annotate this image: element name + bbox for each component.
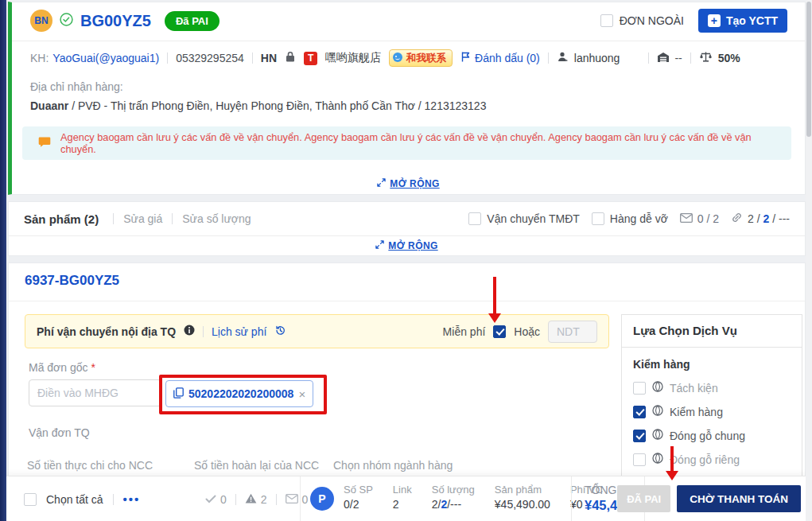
customer-row: KH: YaoGuai(@yaoguai1) 05329295254 HN T … xyxy=(30,48,740,68)
service-item-dong-go-rieng[interactable]: Đóng gỗ riêng xyxy=(633,453,791,466)
root-code-input[interactable] xyxy=(29,379,161,406)
col-label-refund: Số tiền hoàn lại của NCC xyxy=(194,459,319,472)
products-bar-card: Sản phẩm (2) Sửa giá Sửa số lượng Vận ch… xyxy=(8,201,806,256)
products-title: Sản phẩm (2) xyxy=(24,212,99,226)
globe-icon xyxy=(652,453,663,466)
flag-icon xyxy=(460,51,471,65)
receiver-name: Duaanr xyxy=(30,99,68,112)
warehouse-icon xyxy=(657,52,670,65)
domestic-fee-bar: Phí vận chuyển nội địa TQ Lịch sử phí Mi… xyxy=(25,314,609,348)
select-all-label: Chọn tất cả xyxy=(46,493,103,506)
service-label: Tách kiện xyxy=(670,382,718,395)
mail-count: 0 / 2 xyxy=(697,212,719,225)
divider xyxy=(9,235,805,236)
avatar: BN xyxy=(30,10,52,32)
or-label: Hoặc xyxy=(514,325,540,338)
service-group-label: Kiểm hàng xyxy=(633,358,791,371)
waybill-label: Vận đơn TQ xyxy=(29,426,90,439)
root-code-tag[interactable]: 50202202020200008 × xyxy=(165,380,313,407)
tag-close-icon[interactable]: × xyxy=(298,387,305,401)
lock-icon xyxy=(285,51,296,65)
divider xyxy=(12,41,805,41)
link-icon xyxy=(731,212,743,226)
stat-so-luong: Số lượng 2/2/--- xyxy=(432,484,475,511)
required-mark: * xyxy=(91,361,95,374)
customer-name-link[interactable]: YaoGuai(@yaoguai1) xyxy=(52,52,159,64)
edit-qty-link[interactable]: Sửa số lượng xyxy=(182,212,251,225)
wangwang-contact-badge[interactable]: 和我联系 xyxy=(389,49,453,67)
warehouse-value: -- xyxy=(674,52,682,64)
info-icon[interactable] xyxy=(184,325,195,338)
envelope-icon xyxy=(680,212,693,225)
scrollbar-thumb[interactable] xyxy=(806,2,811,137)
fee-title: Phí vận chuyển nội địa TQ xyxy=(37,325,176,338)
history-icon[interactable] xyxy=(274,325,286,339)
shop-name[interactable]: 嘿哟旗舰店 xyxy=(325,51,381,65)
summary-footer: Chọn tất cả ••• 0 2 0 P Số SP xyxy=(6,476,806,521)
comment-icon xyxy=(38,136,51,150)
service-item-tach-kien[interactable]: Tách kiện xyxy=(633,381,791,395)
region-code: HN xyxy=(261,52,277,64)
root-code-label: Mã đơn gốc xyxy=(29,361,88,374)
divider xyxy=(9,301,805,301)
order-code[interactable]: BG00YZ5 xyxy=(80,12,151,30)
address-label: Địa chỉ nhận hàng: xyxy=(30,80,123,93)
footer-mail-count: 0 xyxy=(302,493,309,506)
deposit-percent: 50% xyxy=(718,52,740,64)
service-checkbox[interactable] xyxy=(633,430,646,442)
left-edge-strip xyxy=(0,0,6,521)
col-label-category: Chọn nhóm ngành hàng xyxy=(333,459,453,472)
warning-triangle-icon xyxy=(245,493,257,506)
service-item-kiem-hang[interactable]: Kiểm hàng xyxy=(633,405,791,418)
copy-icon[interactable] xyxy=(173,387,184,401)
create-ycct-button[interactable]: + Tạo YCTT xyxy=(698,9,787,33)
kh-label: KH: xyxy=(30,52,49,64)
external-order-label: ĐƠN NGOÀI xyxy=(620,14,684,27)
address-line: Duaanr / PVĐ - Thị trấn Phong Điền, Huyệ… xyxy=(30,99,486,112)
more-actions-button[interactable]: ••• xyxy=(123,492,141,506)
service-checkbox[interactable] xyxy=(633,406,646,418)
order-detail-title: 6937-BG00YZ5 xyxy=(25,273,119,289)
service-label: Đóng gỗ chung xyxy=(670,430,745,442)
check-icon xyxy=(205,493,216,506)
expand-header-link[interactable]: MỞ RỘNG xyxy=(377,178,439,189)
tmall-icon: T xyxy=(304,52,317,65)
service-label: Đóng gỗ riêng xyxy=(670,453,740,466)
service-checkbox[interactable] xyxy=(633,453,646,466)
service-item-dong-go-chung[interactable]: Đóng gỗ chung xyxy=(633,429,791,442)
verified-check-icon xyxy=(60,13,73,29)
link-count-post: / --- xyxy=(769,212,790,225)
stat-so-sp: Số SP 0/2 xyxy=(344,484,373,511)
tmdt-checkbox[interactable] xyxy=(468,212,481,225)
fragile-label: Hàng dễ vỡ xyxy=(610,212,668,225)
scrollbar-track xyxy=(806,0,812,521)
stat-link: Link 2 xyxy=(393,484,412,511)
agent-name: lanhuong xyxy=(574,52,620,64)
pay-button[interactable]: CHỜ THANH TOÁN xyxy=(677,485,801,512)
customer-phone: 05329295254 xyxy=(176,52,244,64)
envelope-icon xyxy=(286,493,298,506)
edit-price-link[interactable]: Sửa giá xyxy=(123,212,162,225)
paid-button[interactable]: ĐÃ PAI xyxy=(617,485,670,512)
free-label: Miễn phí xyxy=(443,325,486,338)
fee-history-link[interactable]: Lịch sử phí xyxy=(212,325,266,338)
fragile-checkbox[interactable] xyxy=(592,212,604,225)
address-detail: / PVĐ - Thị trấn Phong Điền, Huyện Phong… xyxy=(72,99,486,112)
free-checkbox[interactable] xyxy=(493,325,506,338)
payment-avatar: P xyxy=(310,487,334,511)
link-count-pre: 2 / xyxy=(748,212,763,225)
check-count: 0 xyxy=(220,493,227,506)
root-code-value: 50202202020200008 xyxy=(188,387,293,400)
currency-amount-input[interactable] xyxy=(548,321,597,343)
status-badge: Đã PAI xyxy=(165,11,220,31)
mark-link[interactable]: Đánh dấu (0) xyxy=(460,51,540,65)
select-all-checkbox[interactable] xyxy=(24,493,37,506)
agency-notice-text: Agency baogam cần lưu ý các vấn đề về vậ… xyxy=(60,131,775,155)
agency-notice-banner: Agency baogam cần lưu ý các vấn đề về vậ… xyxy=(22,126,791,160)
globe-icon xyxy=(652,429,663,442)
external-order-checkbox[interactable] xyxy=(600,14,613,27)
expand-products-link[interactable]: MỞ RỘNG xyxy=(375,240,437,251)
service-checkbox[interactable] xyxy=(633,382,646,395)
col-label-spent: Số tiền thực chi cho NCC xyxy=(27,459,153,472)
globe-icon xyxy=(652,381,663,395)
